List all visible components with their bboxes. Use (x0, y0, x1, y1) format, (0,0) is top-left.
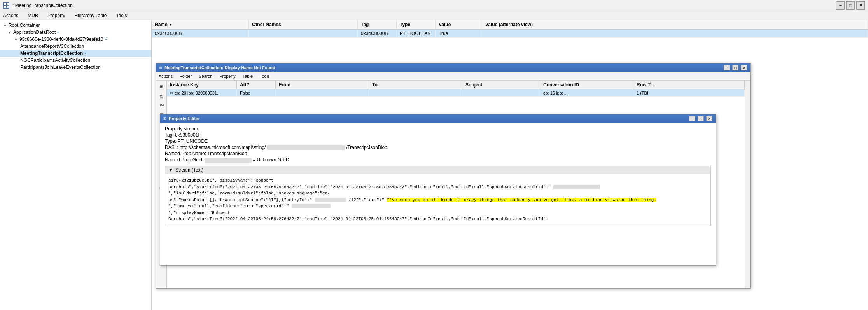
titlebar: : MeetingTranscriptCollection − □ ✕ (0, 0, 868, 11)
app-icon (3, 2, 9, 9)
blurred-3 (292, 204, 331, 208)
menu-hierarchy-table[interactable]: Hierarchy Table (73, 12, 108, 19)
tree-participants-label: ParticipantsJoinLeaveEventsCollection (20, 65, 101, 70)
menu-actions[interactable]: Actions (2, 12, 20, 19)
tree-ngc[interactable]: NGCParticipantsActivityCollection (0, 57, 151, 64)
blurred-2 (315, 198, 346, 202)
table-row[interactable]: 0x34C8000B 0x34C8000B PT_BOOLEAN True (152, 30, 868, 38)
cell-conv-id: cb: 16 lpb: ... (540, 89, 634, 96)
outer-maximize-btn[interactable]: □ (732, 65, 738, 70)
stream-text-after: ","rawText":null,"confidence":0.0,"speak… (168, 204, 289, 208)
prop-editor-titlebar: ⊞ Property Editor − □ ✕ (160, 114, 716, 123)
tree-attendance[interactable]: AttendanceReportV3Collection (0, 43, 151, 50)
cell-instance-key: ✉ cb: 20 lpb: 020000031... (167, 89, 237, 96)
col-conv-id: Conversation ID (540, 81, 634, 89)
cell-name: 0x34C8000B (152, 30, 249, 37)
outer-window: ⊞ MeetingTranscriptCollection: Display N… (156, 63, 751, 289)
menu-mdb[interactable]: MDB (26, 12, 40, 19)
cell-from (276, 89, 369, 96)
content-area: Name ▼ Other Names Tag Type Value Value … (152, 20, 868, 310)
prop-editor-body: Property stream Tag: 0x9300001F Type: PT… (160, 123, 716, 265)
svg-rect-1 (7, 3, 9, 5)
maximize-button[interactable]: □ (846, 1, 855, 10)
toolbar-uni-icon[interactable]: UNI (157, 101, 166, 109)
outer-menu-folder[interactable]: Folder (178, 74, 193, 79)
main-menubar: Actions MDB Property Hierarchy Table Too… (0, 11, 868, 20)
titlebar-controls: − □ ✕ (836, 1, 865, 10)
stream-text-end2: Berghuis","startTime":"2024-04-22T06:24:… (168, 217, 548, 221)
svg-rect-0 (4, 3, 6, 5)
menu-property[interactable]: Property (46, 12, 66, 19)
tree-participants[interactable]: ParticipantsJoinLeaveEventsCollection (0, 64, 151, 71)
prop-tag: Tag: 0x9300001F (165, 132, 711, 138)
outer-menu-property[interactable]: Property (218, 74, 237, 79)
tree-root[interactable]: ▼ Root Container (0, 22, 151, 29)
cell-other-names (249, 30, 358, 37)
minimize-button[interactable]: − (836, 1, 845, 10)
property-editor-window: ⊞ Property Editor − □ ✕ Property stream … (160, 114, 716, 266)
col-to: To (369, 81, 462, 89)
menu-tools[interactable]: Tools (115, 12, 129, 19)
tree-attendance-label: AttendanceReportV3Collection (20, 44, 84, 49)
col-value: Value (436, 20, 482, 29)
col-other-names: Other Names (249, 20, 358, 29)
tree-guid-label: 93c8660e-1330-4e40-8fda-fd27f9eafe10 (19, 37, 103, 42)
prop-editor-icon: ⊞ (163, 117, 166, 121)
main-layout: ▼ Root Container ▼ ApplicationDataRoot »… (0, 20, 868, 310)
main-table-header: Name ▼ Other Names Tag Type Value Value … (152, 20, 868, 30)
link-icon: » (84, 51, 86, 55)
toolbar-clock-icon[interactable]: ◷ (157, 91, 166, 100)
tree-appdata[interactable]: ▼ ApplicationDataRoot » (0, 29, 151, 36)
col-alt-value: Value (alternate view) (482, 20, 868, 29)
prop-stream-label: Property stream (165, 126, 711, 131)
cell-tag: 0x34C8000B (358, 30, 397, 37)
prop-type: Type: PT_UNICODE (165, 138, 711, 144)
tree-meeting-transcript[interactable]: MeetingTranscriptCollection » (0, 50, 151, 57)
prop-minimize-btn[interactable]: − (689, 116, 695, 121)
tree-root-label: Root Container (9, 23, 40, 28)
stream-text-before: a1f0-23213b20e5b1","displayName":"Robber… (168, 178, 551, 189)
inner-table-header: Instance Key Att? From To Subject Conver… (167, 81, 745, 89)
outer-close-btn[interactable]: ✕ (741, 65, 747, 70)
col-type: Type (397, 20, 436, 29)
cell-value: True (436, 30, 482, 37)
tree-ngc-label: NGCParticipantsActivityCollection (20, 58, 90, 63)
outer-scrollbar[interactable] (745, 81, 750, 288)
col-instance-key: Instance Key (167, 81, 237, 89)
prop-editor-title: Property Editor (169, 116, 687, 121)
sort-icon: ▼ (169, 23, 172, 26)
outer-minimize-btn[interactable]: − (724, 65, 730, 70)
outer-menu-table[interactable]: Table (242, 74, 254, 79)
expand-arrow: ▼ (14, 37, 18, 42)
col-name: Name ▼ (152, 20, 249, 29)
cell-row-t: 1 (TBI (634, 89, 745, 96)
tree-guid[interactable]: ▼ 93c8660e-1330-4e40-8fda-fd27f9eafe10 » (0, 36, 151, 43)
dasl-blurred (267, 145, 345, 150)
col-from: From (276, 81, 369, 89)
outer-window-menubar: Actions Folder Search Property Table Too… (156, 72, 750, 81)
window-title: : MeetingTranscriptCollection (12, 3, 836, 8)
close-button[interactable]: ✕ (856, 1, 865, 10)
stream-content: a1f0-23213b20e5b1","displayName":"Robber… (165, 174, 711, 226)
envelope-icon: ✉ (170, 91, 173, 95)
cell-to (369, 89, 462, 96)
outer-window-title: MeetingTranscriptCollection: Display Nam… (164, 65, 721, 70)
outer-menu-actions[interactable]: Actions (158, 74, 174, 79)
cell-att: False (237, 89, 276, 96)
prop-maximize-btn[interactable]: □ (698, 116, 704, 121)
prop-named-name: Named Prop Name: TranscriptJsonBlob (165, 151, 711, 156)
guid-blurred (205, 158, 252, 163)
tree-appdata-label: ApplicationDataRoot (13, 30, 56, 35)
outer-menu-tools[interactable]: Tools (259, 74, 271, 79)
stream-text-end1: ","displayName":"Robbert (168, 210, 230, 215)
link-icon: » (105, 37, 107, 41)
stream-header[interactable]: ▼ Stream (Text) (165, 166, 711, 174)
toolbar-grid-icon[interactable]: ⊞ (157, 82, 166, 91)
sidebar-tree: ▼ Root Container ▼ ApplicationDataRoot »… (0, 20, 152, 310)
prop-close-btn[interactable]: ✕ (706, 116, 712, 121)
cell-type: PT_BOOLEAN (397, 30, 436, 37)
inner-table-row[interactable]: ✉ cb: 20 lpb: 020000031... False cb: 16 … (167, 89, 745, 97)
stream-section: ▼ Stream (Text) a1f0-23213b20e5b1","disp… (165, 166, 711, 226)
outer-menu-search[interactable]: Search (198, 74, 214, 79)
stream-header-label: Stream (Text) (175, 167, 203, 173)
